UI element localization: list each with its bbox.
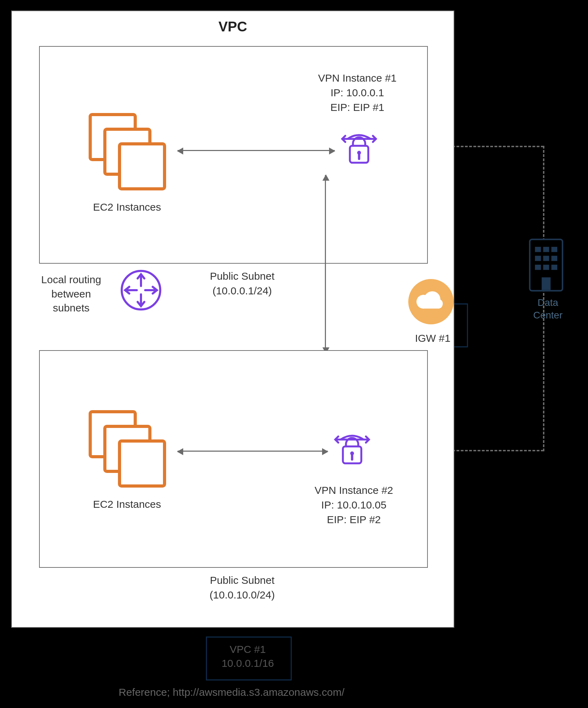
reference-text: Reference; http://awsmedia.s3.amazonaws.… — [119, 686, 344, 698]
svg-rect-22 — [551, 265, 557, 270]
subnet-2-label-line2: (10.0.10.0/24) — [190, 588, 295, 602]
svg-rect-21 — [543, 265, 549, 270]
public-subnet-2: EC2 Instances VPN Instance #2 — [39, 350, 428, 568]
double-arrow-icon — [178, 451, 328, 452]
vpc-footer-line1: VPC #1 — [206, 643, 290, 655]
ec2-instances-icon — [89, 113, 165, 183]
vpn-instance-1-title: VPN Instance #1 — [305, 71, 410, 85]
svg-rect-14 — [535, 247, 541, 252]
internet-gateway-icon — [408, 279, 454, 324]
diagram-canvas: VPC EC2 Instances VPN Instance #1 IP: 10… — [0, 0, 588, 708]
datacenter-icon — [527, 237, 565, 294]
svg-rect-18 — [543, 256, 549, 261]
local-routing-label: Local routing between subnets — [26, 273, 117, 315]
vpc-title: VPC — [12, 19, 454, 35]
svg-rect-16 — [551, 247, 557, 252]
vpn-instance-2-ip: IP: 10.0.10.05 — [298, 498, 410, 512]
datacenter-label: Data Center — [527, 296, 569, 322]
svg-rect-17 — [535, 256, 541, 261]
svg-rect-23 — [542, 277, 551, 290]
vpn-instance-1-ip: IP: 10.0.0.1 — [305, 86, 410, 100]
subnet-1-label-line2: (10.0.0.1/24) — [190, 284, 295, 298]
svg-rect-19 — [551, 256, 557, 261]
public-subnet-1: EC2 Instances VPN Instance #1 IP: 10.0.0… — [39, 46, 428, 264]
ec2-instances-label: EC2 Instances — [82, 497, 172, 512]
vpn-gateway-icon — [333, 431, 371, 469]
router-icon — [120, 269, 162, 312]
igw-label: IGW #1 — [401, 331, 464, 346]
vpn-instance-1-eip: EIP: EIP #1 — [305, 100, 410, 115]
ec2-instances-icon — [89, 410, 165, 480]
svg-rect-20 — [535, 265, 541, 270]
subnet-2-label-line1: Public Subnet — [190, 573, 295, 588]
vpc-footer-line2: 10.0.0.1/16 — [206, 657, 290, 669]
vpn-instance-2-eip: EIP: EIP #2 — [298, 513, 410, 527]
double-arrow-icon — [325, 175, 326, 353]
ec2-instances-label: EC2 Instances — [82, 200, 172, 214]
vpn-instance-2-title: VPN Instance #2 — [298, 483, 410, 498]
vpn-gateway-icon — [340, 130, 378, 169]
double-arrow-icon — [178, 150, 335, 151]
vpc-container: VPC EC2 Instances VPN Instance #1 IP: 10… — [11, 10, 454, 628]
svg-rect-15 — [543, 247, 549, 252]
subnet-1-label-line1: Public Subnet — [190, 269, 295, 284]
